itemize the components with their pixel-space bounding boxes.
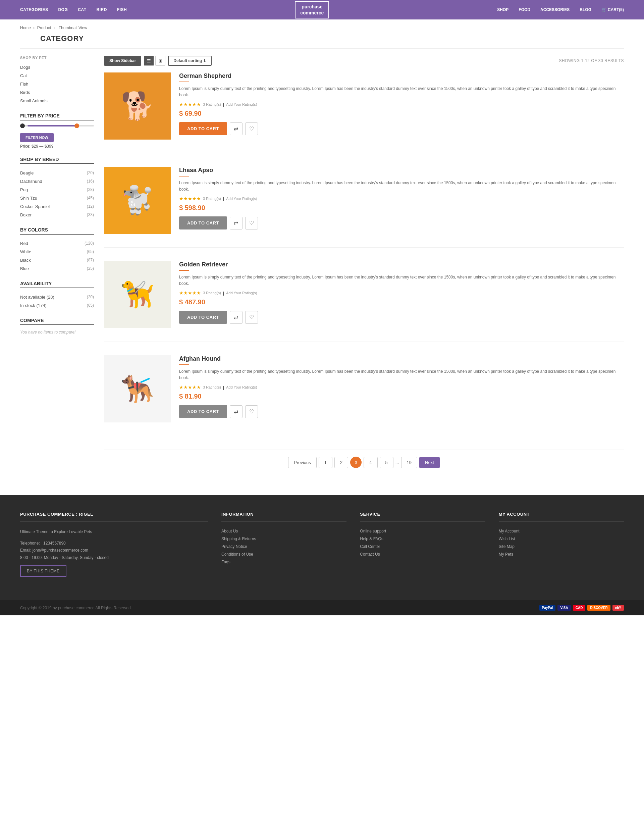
- product-image-1[interactable]: 🐕: [104, 72, 171, 140]
- page-1-button[interactable]: 1: [319, 457, 333, 468]
- product-image-3[interactable]: 🦮: [104, 261, 171, 328]
- nav-accessories[interactable]: ACCESSORIES: [540, 8, 570, 12]
- breadcrumb-home[interactable]: Home: [20, 26, 31, 30]
- product-name-4[interactable]: Afghan Hound: [179, 355, 624, 362]
- availability-section: AVAILABILITY Not available (28)(20) In s…: [20, 281, 94, 310]
- breadcrumb-product[interactable]: Product: [37, 26, 51, 30]
- footer-my-account-link[interactable]: My Account: [499, 529, 520, 534]
- price-range-label: Price: $29 — $399: [20, 144, 94, 149]
- pet-item-cat[interactable]: Cat: [20, 71, 94, 80]
- footer-call-center-link[interactable]: Call Center: [360, 544, 380, 549]
- add-to-cart-button-3[interactable]: ADD TO CART: [179, 311, 227, 324]
- wishlist-icon-btn-2[interactable]: ♡: [245, 217, 258, 230]
- nav-fish[interactable]: FISH: [117, 8, 127, 12]
- product-name-1[interactable]: German Shepherd: [179, 72, 624, 80]
- compare-icon-btn-2[interactable]: ⇄: [230, 217, 242, 230]
- product-name-2[interactable]: Lhasa Apso: [179, 167, 624, 174]
- product-name-3[interactable]: Golden Retriever: [179, 261, 624, 268]
- footer-telephone: Telephone: +1234567890: [20, 540, 208, 547]
- nav-bird[interactable]: BIRD: [97, 8, 107, 12]
- add-to-cart-button-1[interactable]: ADD TO CART: [179, 122, 227, 135]
- pet-item-small-animals[interactable]: Small Animals: [20, 97, 94, 105]
- wishlist-icon-btn-4[interactable]: ♡: [245, 405, 258, 418]
- product-image-4[interactable]: 🐕‍🦺: [104, 355, 171, 422]
- product-rating-3: ★★★★★ 3 Rating(s) | Add Your Rating(s): [179, 290, 624, 296]
- nav-dog[interactable]: DOG: [58, 8, 68, 12]
- footer-wish-list-link[interactable]: Wish List: [499, 537, 515, 541]
- footer-privacy-link[interactable]: Privacy Notice: [221, 544, 247, 549]
- footer-my-pets-link[interactable]: My Pets: [499, 552, 513, 557]
- add-rating-link-4[interactable]: Add Your Rating(s): [226, 385, 257, 389]
- add-rating-link-1[interactable]: Add Your Rating(s): [226, 102, 257, 106]
- pet-item-fish[interactable]: Fish: [20, 80, 94, 88]
- footer-site-map-link[interactable]: Site Map: [499, 544, 515, 549]
- footer-shipping-link[interactable]: Shipping & Returns: [221, 537, 256, 541]
- breed-beagle[interactable]: Beagle(20): [20, 169, 94, 177]
- footer-help-faqs-link[interactable]: Help & FAQs: [360, 537, 383, 541]
- nav-shop[interactable]: SHOP: [497, 8, 509, 12]
- shop-by-pet-title: SHOP BY PET: [20, 56, 94, 60]
- product-item: 🐕‍🦺 Afghan Hound Lorem Ipsum is simply d…: [104, 355, 624, 436]
- next-page-button[interactable]: Next: [419, 457, 440, 468]
- product-rating-1: ★★★★★ 3 Rating(s) | Add Your Rating(s): [179, 102, 624, 107]
- color-red[interactable]: Red(120): [20, 239, 94, 248]
- price-slider-thumb-right[interactable]: [74, 123, 79, 128]
- filter-now-button[interactable]: FILTER NOW: [20, 133, 54, 142]
- footer-online-support-link[interactable]: Online support: [360, 529, 386, 534]
- pagination-dots: ...: [396, 460, 399, 465]
- nav-cart[interactable]: 🛒 CART(5): [601, 8, 624, 12]
- color-black[interactable]: Black(87): [20, 256, 94, 264]
- logo[interactable]: purchasecommerce: [295, 1, 329, 18]
- compare-icon-btn-3[interactable]: ⇄: [230, 311, 242, 324]
- availability-list: Not available (28)(20) In stock (174)(65…: [20, 293, 94, 310]
- pet-item-birds[interactable]: Birds: [20, 88, 94, 97]
- page-3-button[interactable]: 3: [350, 457, 362, 468]
- previous-page-button[interactable]: Previous: [288, 457, 317, 468]
- nav-blog[interactable]: BLOG: [580, 8, 591, 12]
- by-colors-section: BY COLORS Red(120) White(65) Black(87) B…: [20, 227, 94, 273]
- availability-not-available[interactable]: Not available (28)(20): [20, 293, 94, 301]
- compare-icon-btn-4[interactable]: ⇄: [230, 405, 242, 418]
- footer-about-us-link[interactable]: About Us: [221, 529, 238, 534]
- breed-pug[interactable]: Pug(28): [20, 186, 94, 194]
- compare-icon-btn-1[interactable]: ⇄: [230, 123, 242, 135]
- footer-faqs-link[interactable]: Faqs: [221, 560, 230, 564]
- price-slider-thumb-left[interactable]: [20, 123, 25, 128]
- breed-shih-tzu[interactable]: Shih Tzu(45): [20, 194, 94, 202]
- nav-cat[interactable]: CAT: [78, 8, 86, 12]
- wishlist-icon-btn-1[interactable]: ♡: [245, 123, 258, 135]
- price-slider[interactable]: [20, 125, 94, 126]
- color-blue[interactable]: Blue(25): [20, 264, 94, 273]
- grid-view-icon[interactable]: ⊞: [155, 56, 166, 66]
- nav-food[interactable]: FOOD: [518, 8, 530, 12]
- breed-dachshund[interactable]: Dachshund(16): [20, 177, 94, 186]
- breed-cocker-spaniel[interactable]: Cocker Spaniel(12): [20, 202, 94, 211]
- add-rating-link-3[interactable]: Add Your Rating(s): [226, 291, 257, 295]
- breed-boxer[interactable]: Boxer(33): [20, 211, 94, 219]
- breadcrumb-current: Thumbnail View: [59, 26, 87, 30]
- pet-item-dogs[interactable]: Dogs: [20, 63, 94, 71]
- product-image-2[interactable]: 🐩: [104, 167, 171, 234]
- sort-button[interactable]: Default sorting ⬇: [168, 56, 212, 66]
- add-to-cart-button-2[interactable]: ADD TO CART: [179, 216, 227, 230]
- page-5-button[interactable]: 5: [380, 457, 393, 468]
- page-19-button[interactable]: 19: [401, 457, 417, 468]
- list-view-icon[interactable]: ☰: [144, 56, 154, 66]
- footer-my-account-title: MY ACCOUNT: [499, 512, 624, 517]
- availability-in-stock[interactable]: In stock (174)(65): [20, 301, 94, 310]
- color-white[interactable]: White(65): [20, 248, 94, 256]
- showing-results-text: SHOWING 1-12 OF 30 RESULTS: [559, 58, 624, 63]
- buy-theme-button[interactable]: BY THIS THEME: [20, 565, 66, 577]
- page-2-button[interactable]: 2: [334, 457, 348, 468]
- page-4-button[interactable]: 4: [363, 457, 377, 468]
- show-sidebar-button[interactable]: Show Sidebar: [104, 56, 141, 66]
- footer-information-title: INFORMATION: [221, 512, 347, 517]
- view-icons: ☰ ⊞: [144, 56, 166, 66]
- nav-categories[interactable]: CATEGORIES: [20, 8, 48, 12]
- footer-my-account-list: My Account Wish List Site Map My Pets: [499, 528, 624, 557]
- add-to-cart-button-4[interactable]: ADD TO CART: [179, 405, 227, 418]
- footer-conditions-link[interactable]: Conditions of Use: [221, 552, 253, 557]
- footer-contact-us-link[interactable]: Contact Us: [360, 552, 380, 557]
- add-rating-link-2[interactable]: Add Your Rating(s): [226, 196, 257, 201]
- wishlist-icon-btn-3[interactable]: ♡: [245, 311, 258, 324]
